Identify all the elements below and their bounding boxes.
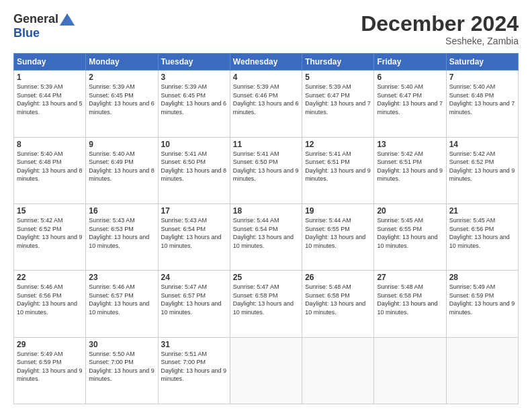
col-friday: Friday <box>374 54 446 71</box>
table-row: 2Sunrise: 5:39 AMSunset: 6:45 PMDaylight… <box>86 71 158 137</box>
table-row <box>446 337 518 404</box>
day-info: Sunrise: 5:44 AMSunset: 6:54 PMDaylight:… <box>233 217 294 249</box>
day-info: Sunrise: 5:42 AMSunset: 6:52 PMDaylight:… <box>449 150 515 183</box>
day-number: 6 <box>377 73 443 82</box>
table-row <box>302 337 374 404</box>
table-row: 10Sunrise: 5:41 AMSunset: 6:50 PMDayligh… <box>158 137 230 203</box>
day-info: Sunrise: 5:41 AMSunset: 6:51 PMDaylight:… <box>305 150 371 183</box>
day-number: 7 <box>449 73 515 82</box>
table-row: 3Sunrise: 5:39 AMSunset: 6:45 PMDaylight… <box>158 71 230 137</box>
calendar-table: Sunday Monday Tuesday Wednesday Thursday… <box>13 53 519 404</box>
table-row: 9Sunrise: 5:40 AMSunset: 6:49 PMDaylight… <box>86 137 158 203</box>
table-row: 29Sunrise: 5:49 AMSunset: 6:59 PMDayligh… <box>14 337 86 404</box>
day-number: 18 <box>233 206 299 216</box>
day-info: Sunrise: 5:49 AMSunset: 6:59 PMDaylight:… <box>449 283 515 316</box>
table-row: 4Sunrise: 5:39 AMSunset: 6:46 PMDaylight… <box>230 71 302 137</box>
day-number: 12 <box>305 140 371 149</box>
day-info: Sunrise: 5:39 AMSunset: 6:45 PMDaylight:… <box>89 83 154 116</box>
day-info: Sunrise: 5:45 AMSunset: 6:55 PMDaylight:… <box>377 217 437 249</box>
day-number: 27 <box>377 273 443 282</box>
day-info: Sunrise: 5:48 AMSunset: 6:58 PMDaylight:… <box>377 283 437 316</box>
col-sunday: Sunday <box>14 54 86 71</box>
day-info: Sunrise: 5:40 AMSunset: 6:47 PMDaylight:… <box>377 83 443 116</box>
table-row <box>374 337 446 404</box>
day-number: 22 <box>17 273 83 282</box>
table-row <box>230 337 302 404</box>
calendar-week-5: 29Sunrise: 5:49 AMSunset: 6:59 PMDayligh… <box>14 337 519 404</box>
table-row: 28Sunrise: 5:49 AMSunset: 6:59 PMDayligh… <box>446 271 518 337</box>
table-row: 31Sunrise: 5:51 AMSunset: 7:00 PMDayligh… <box>158 337 230 404</box>
day-number: 16 <box>89 206 154 216</box>
day-number: 21 <box>449 206 515 216</box>
day-info: Sunrise: 5:42 AMSunset: 6:51 PMDaylight:… <box>377 150 443 183</box>
day-number: 10 <box>161 140 227 149</box>
col-saturday: Saturday <box>446 54 518 71</box>
title-section: December 2024 Sesheke, Zambia <box>361 12 519 46</box>
table-row: 19Sunrise: 5:44 AMSunset: 6:55 PMDayligh… <box>302 203 374 270</box>
day-number: 13 <box>377 140 443 149</box>
day-info: Sunrise: 5:40 AMSunset: 6:48 PMDaylight:… <box>449 83 515 116</box>
table-row: 6Sunrise: 5:40 AMSunset: 6:47 PMDaylight… <box>374 71 446 137</box>
table-row: 13Sunrise: 5:42 AMSunset: 6:51 PMDayligh… <box>374 137 446 203</box>
day-number: 14 <box>449 140 515 149</box>
month-title: December 2024 <box>361 12 519 36</box>
day-info: Sunrise: 5:45 AMSunset: 6:56 PMDaylight:… <box>449 217 510 249</box>
day-info: Sunrise: 5:47 AMSunset: 6:57 PMDaylight:… <box>161 283 222 316</box>
col-wednesday: Wednesday <box>230 54 302 71</box>
day-info: Sunrise: 5:50 AMSunset: 7:00 PMDaylight:… <box>89 351 154 383</box>
col-thursday: Thursday <box>302 54 374 71</box>
day-info: Sunrise: 5:46 AMSunset: 6:56 PMDaylight:… <box>17 283 77 316</box>
day-number: 20 <box>377 206 443 216</box>
day-number: 17 <box>161 206 227 216</box>
day-number: 26 <box>305 273 371 282</box>
page: General Blue December 2024 Sesheke, Zamb… <box>0 0 532 411</box>
day-info: Sunrise: 5:39 AMSunset: 6:45 PMDaylight:… <box>161 83 227 116</box>
table-row: 22Sunrise: 5:46 AMSunset: 6:56 PMDayligh… <box>14 271 86 337</box>
calendar-week-4: 22Sunrise: 5:46 AMSunset: 6:56 PMDayligh… <box>14 271 519 337</box>
day-info: Sunrise: 5:40 AMSunset: 6:49 PMDaylight:… <box>89 150 154 183</box>
day-info: Sunrise: 5:43 AMSunset: 6:54 PMDaylight:… <box>161 217 222 249</box>
table-row: 11Sunrise: 5:41 AMSunset: 6:50 PMDayligh… <box>230 137 302 203</box>
day-number: 3 <box>161 73 227 82</box>
day-number: 11 <box>233 140 299 149</box>
table-row: 24Sunrise: 5:47 AMSunset: 6:57 PMDayligh… <box>158 271 230 337</box>
calendar-week-1: 1Sunrise: 5:39 AMSunset: 6:44 PMDaylight… <box>14 71 519 137</box>
table-row: 12Sunrise: 5:41 AMSunset: 6:51 PMDayligh… <box>302 137 374 203</box>
table-row: 14Sunrise: 5:42 AMSunset: 6:52 PMDayligh… <box>446 137 518 203</box>
day-number: 29 <box>17 340 83 349</box>
col-tuesday: Tuesday <box>158 54 230 71</box>
table-row: 25Sunrise: 5:47 AMSunset: 6:58 PMDayligh… <box>230 271 302 337</box>
table-row: 8Sunrise: 5:40 AMSunset: 6:48 PMDaylight… <box>14 137 86 203</box>
day-number: 25 <box>233 273 299 282</box>
day-number: 2 <box>89 73 154 82</box>
day-info: Sunrise: 5:47 AMSunset: 6:58 PMDaylight:… <box>233 283 294 316</box>
day-number: 24 <box>161 273 227 282</box>
day-number: 5 <box>305 73 371 82</box>
day-info: Sunrise: 5:40 AMSunset: 6:48 PMDaylight:… <box>17 150 83 183</box>
calendar-header-row: Sunday Monday Tuesday Wednesday Thursday… <box>14 54 519 71</box>
table-row: 15Sunrise: 5:42 AMSunset: 6:52 PMDayligh… <box>14 203 86 270</box>
table-row: 17Sunrise: 5:43 AMSunset: 6:54 PMDayligh… <box>158 203 230 270</box>
day-info: Sunrise: 5:39 AMSunset: 6:44 PMDaylight:… <box>17 83 83 116</box>
day-number: 15 <box>17 206 83 216</box>
day-info: Sunrise: 5:46 AMSunset: 6:57 PMDaylight:… <box>89 283 149 316</box>
calendar-week-2: 8Sunrise: 5:40 AMSunset: 6:48 PMDaylight… <box>14 137 519 203</box>
table-row: 5Sunrise: 5:39 AMSunset: 6:47 PMDaylight… <box>302 71 374 137</box>
day-info: Sunrise: 5:41 AMSunset: 6:50 PMDaylight:… <box>161 150 227 183</box>
logo: General Blue <box>13 12 75 40</box>
day-info: Sunrise: 5:44 AMSunset: 6:55 PMDaylight:… <box>305 217 365 249</box>
logo-icon <box>60 13 75 26</box>
day-info: Sunrise: 5:39 AMSunset: 6:47 PMDaylight:… <box>305 83 371 116</box>
day-number: 23 <box>89 273 154 282</box>
day-info: Sunrise: 5:43 AMSunset: 6:53 PMDaylight:… <box>89 217 149 249</box>
logo-blue: Blue <box>13 26 40 40</box>
day-info: Sunrise: 5:51 AMSunset: 7:00 PMDaylight:… <box>161 351 227 383</box>
calendar-week-3: 15Sunrise: 5:42 AMSunset: 6:52 PMDayligh… <box>14 203 519 270</box>
day-number: 9 <box>89 140 154 149</box>
day-number: 8 <box>17 140 83 149</box>
day-number: 31 <box>161 340 227 349</box>
day-number: 19 <box>305 206 371 216</box>
table-row: 16Sunrise: 5:43 AMSunset: 6:53 PMDayligh… <box>86 203 158 270</box>
day-info: Sunrise: 5:41 AMSunset: 6:50 PMDaylight:… <box>233 150 299 183</box>
day-info: Sunrise: 5:42 AMSunset: 6:52 PMDaylight:… <box>17 217 83 249</box>
